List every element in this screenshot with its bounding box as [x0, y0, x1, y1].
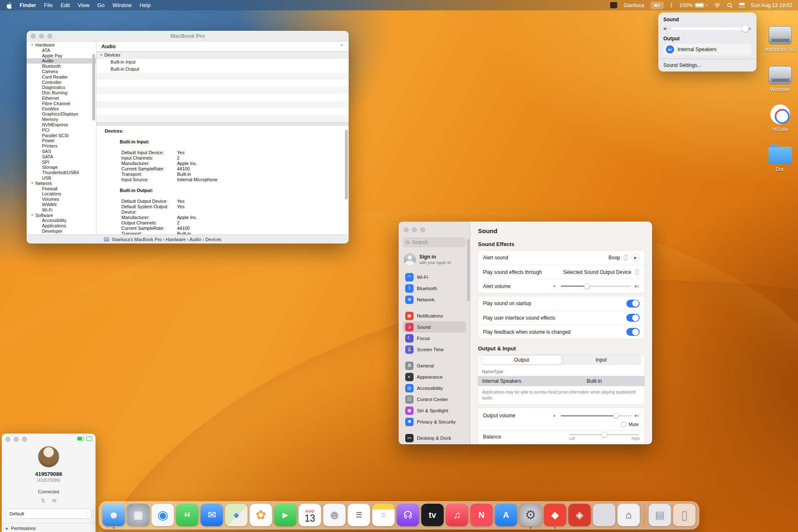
- sysinfo-sidebar-item[interactable]: Apple Pay: [27, 53, 96, 59]
- menu-help[interactable]: Help: [140, 2, 151, 8]
- menu-bar-username[interactable]: Gianluca: [623, 2, 644, 8]
- slider-knob[interactable]: [584, 283, 589, 289]
- dock-tv[interactable]: tv: [421, 504, 444, 526]
- play-alert-sound-button[interactable]: ▶: [631, 254, 640, 262]
- sign-in-row[interactable]: Sign in with your Apple ID: [403, 253, 466, 266]
- dock-downloads[interactable]: ▤: [649, 504, 671, 526]
- slider-knob[interactable]: [742, 25, 749, 32]
- dock-maps[interactable]: ◆: [225, 504, 248, 526]
- dock-news[interactable]: N: [470, 504, 493, 526]
- sysinfo-sidebar-item[interactable]: Thunderbolt/USB4: [27, 170, 96, 175]
- dock-podcasts[interactable]: ☊: [397, 504, 419, 526]
- sysinfo-sidebar-item[interactable]: Power: [27, 138, 96, 143]
- sidebar-item-siri-spotlight[interactable]: ◉ Siri & Spotlight: [403, 405, 466, 416]
- dock-anydesk[interactable]: ◆: [544, 504, 566, 526]
- sysinfo-sidebar-item[interactable]: Audio: [27, 58, 96, 64]
- sysinfo-sidebar-item[interactable]: SPI: [27, 160, 96, 165]
- dock-launchpad[interactable]: ▦: [127, 504, 150, 526]
- sidebar-item-notifications[interactable]: ◉ Notifications: [403, 310, 466, 321]
- sysinfo-sidebar-item[interactable]: Graphics/Displays: [27, 111, 96, 117]
- window-titlebar[interactable]: MacBook Pro: [27, 31, 349, 42]
- pane-splitter[interactable]: [96, 122, 349, 126]
- sidebar-item-network[interactable]: ⊕ Network: [403, 294, 466, 305]
- sidebar-item-displays[interactable]: ☀ Displays: [403, 443, 466, 444]
- desktop-icon-macintosh-hd[interactable]: Macintosh HD: [760, 12, 798, 52]
- menu-file[interactable]: File: [44, 2, 53, 8]
- sysinfo-sidebar-item[interactable]: USB: [27, 175, 96, 181]
- sysinfo-sidebar-item[interactable]: Accessibility: [27, 218, 96, 223]
- sysinfo-sidebar-item[interactable]: Wi-Fi: [27, 207, 96, 213]
- scrollbar-thumb[interactable]: [467, 239, 470, 301]
- scrollbar-thumb[interactable]: [345, 130, 348, 200]
- dock-photos[interactable]: ✿: [250, 504, 272, 526]
- dock-notes[interactable]: ≡: [372, 504, 395, 526]
- dock-facetime[interactable]: ▶: [274, 504, 297, 526]
- sidebar-item-control-center[interactable]: ☷ Control Center: [403, 394, 466, 405]
- zoom-button[interactable]: [420, 227, 425, 232]
- wifi-menu-icon[interactable]: [714, 3, 721, 8]
- minimize-button[interactable]: [14, 437, 19, 442]
- dock-safari[interactable]: ◉: [152, 504, 174, 526]
- popup-stepper-icon[interactable]: ⌃⌄: [623, 254, 628, 261]
- spotlight-search-icon[interactable]: [727, 2, 733, 8]
- sysinfo-sidebar-item[interactable]: Disc Burning: [27, 90, 96, 96]
- sysinfo-sidebar-item[interactable]: Diagnostics: [27, 85, 96, 90]
- sysinfo-sidebar-item[interactable]: Applications: [27, 223, 96, 229]
- toggle-switch[interactable]: [626, 328, 640, 336]
- menu-window[interactable]: Window: [112, 2, 131, 8]
- battery-indicator[interactable]: 100%: [680, 2, 707, 8]
- sysinfo-sidebar-item[interactable]: Storage: [27, 165, 96, 170]
- tree-row-devices[interactable]: ▼ Devices: [96, 52, 349, 59]
- dock-trash[interactable]: ▯: [673, 504, 696, 526]
- sysinfo-sidebar-item[interactable]: ▼ Software: [27, 213, 96, 218]
- toggle-switch[interactable]: [626, 300, 640, 308]
- sysinfo-sidebar-item[interactable]: FireWire: [27, 106, 96, 112]
- sysinfo-sidebar-item[interactable]: ▼ Hardware: [27, 42, 96, 48]
- sidebar-item-bluetooth[interactable]: ᛒ Bluetooth: [403, 283, 466, 294]
- sysinfo-sidebar-item[interactable]: ATA: [27, 48, 96, 53]
- tab-output[interactable]: Output: [482, 355, 562, 365]
- tab-input[interactable]: Input: [562, 355, 641, 365]
- settings-sidebar-item[interactable]: [403, 305, 466, 310]
- sysinfo-sidebar-item[interactable]: ▼ Network: [27, 181, 96, 186]
- dock-remote-app[interactable]: ◈: [569, 504, 591, 526]
- desktop-icon-doc[interactable]: Doc: [760, 132, 798, 172]
- sidebar-item-wifi[interactable]: ◠ Wi-Fi: [403, 271, 466, 283]
- sysinfo-sidebar-item[interactable]: Card Reader: [27, 74, 96, 80]
- scrollbar-thumb[interactable]: [92, 54, 95, 121]
- dock-mail[interactable]: ✉: [201, 504, 223, 526]
- sysinfo-sidebar-item[interactable]: NVMExpress: [27, 122, 96, 128]
- close-button[interactable]: [404, 227, 409, 232]
- sidebar-item-appearance[interactable]: ◐ Appearance: [403, 371, 466, 382]
- zoom-button[interactable]: [22, 437, 27, 442]
- sysinfo-sidebar-item[interactable]: Volumes: [27, 197, 96, 202]
- sidebar-item-desktop-dock[interactable]: ▭ Desktop & Dock: [403, 432, 466, 443]
- sidebar-item-screen-time[interactable]: ⌛ Screen Time: [403, 344, 466, 355]
- dock-system-settings[interactable]: ⚙: [520, 504, 542, 526]
- sysinfo-sidebar-item[interactable]: Locations: [27, 191, 96, 197]
- menu-edit[interactable]: Edit: [61, 2, 70, 8]
- sidebar-item-sound[interactable]: ♫ Sound: [403, 321, 466, 332]
- zoom-button[interactable]: [47, 34, 52, 39]
- volume-menu-icon[interactable]: [650, 2, 664, 9]
- permissions-disclosure[interactable]: ▶ Permissions: [2, 523, 96, 532]
- volume-slider[interactable]: [671, 27, 751, 30]
- dock-app-store[interactable]: A: [495, 504, 517, 526]
- sysinfo-sidebar-item[interactable]: SAS: [27, 149, 96, 154]
- sound-settings-link[interactable]: Sound Settings...: [663, 62, 751, 68]
- chat-icon[interactable]: ✉: [52, 498, 57, 504]
- tree-row-device[interactable]: Built-in Output: [96, 66, 349, 73]
- dock-music[interactable]: ♫: [446, 504, 468, 526]
- collapse-chevron-icon[interactable]: ⌃: [340, 44, 344, 49]
- minimize-button[interactable]: [39, 34, 44, 39]
- tree-row-device[interactable]: Built-in Input: [96, 59, 349, 66]
- close-button[interactable]: [31, 34, 36, 39]
- file-transfer-icon[interactable]: ⇅: [41, 498, 45, 504]
- status-menu-icon[interactable]: [610, 2, 617, 8]
- menu-go[interactable]: Go: [97, 2, 104, 8]
- disclosure-triangle-icon[interactable]: ▼: [100, 52, 103, 59]
- settings-sidebar-item[interactable]: [403, 427, 466, 432]
- popup-stepper-icon[interactable]: ⌃⌄: [84, 512, 90, 516]
- popup-stepper-icon[interactable]: ⌃⌄: [634, 268, 640, 276]
- sysinfo-sidebar-item[interactable]: Firewall: [27, 186, 96, 192]
